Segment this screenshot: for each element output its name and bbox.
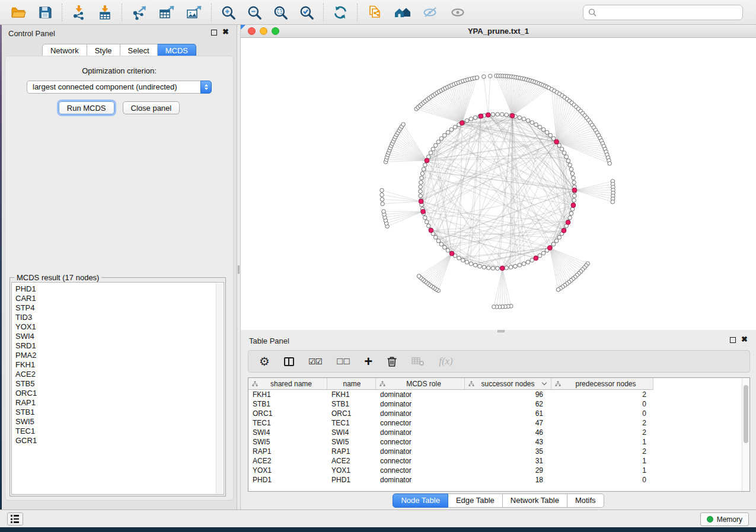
mcds-result-item[interactable]: SWI5: [12, 417, 215, 427]
graph-ring-node[interactable]: [443, 245, 447, 249]
hide-panel-button[interactable]: [419, 2, 442, 23]
column-header-shared-name[interactable]: shared name: [248, 378, 327, 389]
graph-hub-node[interactable]: [421, 209, 426, 214]
close-window-button[interactable]: [248, 27, 256, 35]
float-panel-button[interactable]: [211, 30, 217, 36]
tab-node-table[interactable]: Node Table: [393, 493, 448, 508]
table-row[interactable]: ACE2ACE2connector311: [248, 456, 741, 466]
graph-ring-node[interactable]: [478, 264, 482, 268]
table-row[interactable]: FKH1FKH1dominator962: [248, 390, 741, 399]
graph-hub-node[interactable]: [572, 188, 577, 193]
graph-ring-node[interactable]: [505, 266, 509, 270]
minimize-window-button[interactable]: [260, 27, 267, 35]
show-panel-button[interactable]: [446, 2, 470, 23]
graph-ring-node[interactable]: [461, 258, 465, 262]
graph-hub-node[interactable]: [449, 251, 454, 256]
column-header-successor-nodes[interactable]: successor nodes: [465, 378, 551, 389]
mcds-result-item[interactable]: YOX1: [12, 322, 215, 332]
graph-ring-node[interactable]: [439, 137, 444, 141]
graph-ring-node[interactable]: [469, 262, 473, 266]
graph-satellite-node[interactable]: [417, 274, 421, 278]
mcds-result-item[interactable]: CAR1: [12, 294, 215, 303]
graph-ring-node[interactable]: [557, 235, 562, 239]
graph-ring-node[interactable]: [569, 167, 573, 171]
graph-ring-node[interactable]: [554, 239, 559, 243]
graph-ring-node[interactable]: [562, 151, 566, 155]
mcds-result-item[interactable]: FKH1: [12, 360, 215, 370]
select-all-columns-button[interactable]: ☑☑: [308, 357, 322, 366]
graph-ring-node[interactable]: [433, 143, 438, 148]
run-mcds-button[interactable]: Run MCDS: [59, 101, 114, 114]
graph-ring-node[interactable]: [560, 147, 564, 151]
table-row[interactable]: PHD1PHD1dominator180: [248, 475, 741, 485]
table-scrollbar-thumb[interactable]: [744, 385, 748, 443]
graph-ring-node[interactable]: [541, 251, 546, 255]
deselect-all-columns-button[interactable]: ☐☐: [336, 357, 350, 366]
tab-edge-table[interactable]: Edge Table: [448, 493, 503, 508]
mcds-result-item[interactable]: STB1: [12, 408, 215, 417]
graph-satellite-node[interactable]: [401, 123, 406, 127]
graph-satellite-node[interactable]: [380, 193, 384, 197]
graph-satellite-node[interactable]: [611, 200, 615, 204]
delete-column-button[interactable]: [387, 355, 397, 367]
graph-ring-node[interactable]: [545, 130, 549, 134]
graph-ring-node[interactable]: [419, 181, 423, 185]
mcds-result-item[interactable]: TID3: [12, 313, 215, 322]
graph-ring-node[interactable]: [526, 260, 530, 264]
graph-ring-node[interactable]: [482, 265, 486, 270]
table-row[interactable]: ORC1ORC1dominator610: [248, 409, 741, 418]
mcds-result-item[interactable]: STB5: [12, 379, 215, 389]
graph-ring-node[interactable]: [419, 194, 423, 198]
table-row[interactable]: YOX1YOX1connector291: [248, 466, 741, 475]
mcds-result-listbox[interactable]: PHD1CAR1STP4TID3YOX1SWI4SRD1PMA2FKH1ACE2…: [11, 282, 224, 495]
mcds-result-item[interactable]: STP4: [12, 303, 215, 313]
function-builder-button[interactable]: f(x): [439, 355, 453, 367]
graph-ring-node[interactable]: [568, 216, 572, 220]
table-row[interactable]: TEC1TEC1connector472: [248, 418, 741, 428]
mcds-result-item[interactable]: GCR1: [12, 436, 215, 446]
graph-ring-node[interactable]: [569, 211, 573, 216]
graph-ring-node[interactable]: [505, 113, 509, 117]
graph-ring-node[interactable]: [496, 113, 500, 117]
close-panel-button[interactable]: ✖: [222, 28, 229, 36]
graph-ring-node[interactable]: [572, 176, 576, 180]
show-all-networks-button[interactable]: [390, 2, 415, 23]
graph-ring-node[interactable]: [564, 155, 569, 159]
graph-ring-node[interactable]: [473, 116, 477, 120]
graph-hub-node[interactable]: [460, 121, 464, 126]
open-file-button[interactable]: [7, 2, 30, 23]
graph-hub-node[interactable]: [566, 220, 570, 225]
graph-ring-node[interactable]: [538, 254, 542, 258]
graph-ring-node[interactable]: [436, 239, 441, 243]
graph-ring-node[interactable]: [425, 220, 429, 224]
graph-ring-node[interactable]: [500, 113, 504, 117]
table-row[interactable]: STB1STB1dominator620: [248, 399, 741, 409]
graph-ring-node[interactable]: [487, 266, 491, 270]
graph-satellite-node[interactable]: [482, 75, 486, 79]
graph-hub-node[interactable]: [419, 199, 423, 204]
tab-motifs[interactable]: Motifs: [567, 493, 604, 508]
graph-ring-node[interactable]: [518, 116, 522, 120]
column-header-mcds-role[interactable]: MCDS role: [376, 378, 465, 389]
delete-table-button[interactable]: [412, 356, 425, 367]
mcds-result-item[interactable]: RAP1: [12, 398, 215, 408]
graph-satellite-node[interactable]: [380, 188, 384, 193]
close-table-panel-button[interactable]: ✖: [741, 335, 748, 344]
graph-ring-node[interactable]: [522, 117, 526, 121]
column-header-name[interactable]: name: [327, 378, 376, 389]
graph-ring-node[interactable]: [431, 147, 435, 151]
graph-ring-node[interactable]: [522, 262, 526, 266]
graph-satellite-node[interactable]: [475, 76, 479, 80]
table-settings-button[interactable]: ⚙: [259, 355, 270, 367]
graph-ring-node[interactable]: [491, 113, 495, 117]
graph-ring-node[interactable]: [538, 125, 542, 129]
graph-ring-node[interactable]: [433, 235, 438, 239]
mcds-list-scrollbar[interactable]: [216, 283, 223, 493]
graph-ring-node[interactable]: [509, 265, 513, 270]
graph-hub-node[interactable]: [534, 256, 538, 261]
graph-ring-node[interactable]: [453, 125, 457, 129]
graph-ring-node[interactable]: [530, 258, 534, 262]
graph-ring-node[interactable]: [439, 242, 444, 246]
graph-satellite-node[interactable]: [489, 74, 493, 78]
mcds-result-item[interactable]: TEC1: [12, 427, 215, 436]
